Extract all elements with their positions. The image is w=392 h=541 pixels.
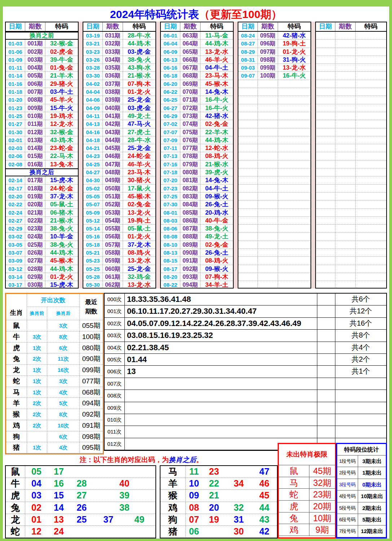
code-cell: 14-兔-木	[201, 176, 233, 184]
empty-date-cell	[238, 201, 258, 208]
empty-code-cell	[278, 160, 310, 168]
empty-date-cell	[238, 80, 258, 88]
code-cell: 03-虎-金	[123, 104, 155, 112]
empty-period-cell	[335, 185, 356, 192]
map-zodiac-label: 兔	[6, 502, 25, 514]
header-period: 期数	[335, 22, 356, 31]
segment-label: 2段号码	[337, 467, 358, 478]
result-row: 01-23 009期 15-牛-火	[6, 104, 78, 112]
empty-row	[238, 185, 310, 193]
date-cell: 05-25	[83, 265, 103, 273]
frequency-count: 共4个	[335, 342, 386, 353]
result-row: 07-20 081期 14-兔-木	[161, 176, 233, 184]
period-cell: 051期	[103, 193, 123, 200]
empty-date-cell	[316, 112, 335, 120]
date-cell: 03-19	[83, 32, 103, 39]
code-cell: 34-羊-土	[201, 281, 233, 289]
stats-before-cell: 2次	[27, 409, 47, 420]
frequency-numbers	[125, 378, 317, 390]
empty-code-cell	[278, 257, 310, 264]
stats-before-cell	[27, 320, 47, 331]
frequency-count: 共8个	[335, 330, 386, 341]
rows: 06-01 063期 11-马-金 06-04 064期 44-鸡-木 06-0…	[161, 32, 233, 289]
limit-zodiac: 蛇	[279, 489, 309, 500]
result-row: 04-09 040期 03-虎-金	[83, 104, 155, 112]
empty-rows	[316, 32, 386, 289]
segment-label: 3段号码	[337, 479, 358, 490]
result-row: 04-30 049期 30-猪-火	[83, 176, 155, 184]
frequency-gap-cell	[317, 294, 335, 305]
period-cell: 028期	[25, 265, 45, 273]
period-cell: 009期	[25, 104, 45, 112]
stats-recent-cell: 068期	[80, 387, 103, 398]
empty-code-cell	[278, 193, 310, 200]
rows: 08-24 095期 42-猪-水 08-27 096期 19-狗-土 08-2…	[238, 32, 310, 80]
frequency-numbers: 13	[125, 366, 317, 377]
date-cell: 04-23	[83, 152, 103, 160]
empty-date-cell	[316, 56, 335, 63]
date-cell: 06-18	[161, 72, 180, 79]
result-row: 05-05 051期 45-猴-木	[83, 193, 155, 201]
map-zodiac-label: 猪	[160, 526, 186, 537]
date-cell: 03-02	[6, 233, 25, 240]
stats-after-cell: 4次	[47, 442, 80, 453]
empty-date-cell	[316, 32, 335, 39]
date-cell: 03-23	[83, 48, 103, 56]
map-zodiac-label: 牛	[6, 478, 25, 489]
result-row: 02-03 014期 23-蛇-金	[6, 144, 78, 152]
stats-rows: 鼠 3次 055期 牛 3次 8次 100期 虎 1次 6次 080期 兔 2次…	[6, 320, 103, 453]
period-cell: 035期	[103, 64, 123, 71]
section-after-label: 换肖之后	[6, 168, 78, 176]
code-cell: 42-猪-水	[278, 32, 310, 39]
empty-date-cell	[238, 128, 258, 136]
period-cell: 008期	[25, 96, 45, 104]
empty-row	[238, 265, 310, 273]
limit-row: 蛇 23期	[279, 489, 335, 501]
map-zodiac-label: 虎	[6, 490, 25, 501]
date-cell: 01-25	[6, 112, 25, 120]
date-cell: 01-14	[6, 72, 25, 79]
code-cell: 30-猪-火	[123, 176, 155, 184]
period-cell: 064期	[180, 40, 201, 47]
empty-date-cell	[316, 160, 335, 168]
empty-period-cell	[335, 96, 356, 104]
empty-row	[316, 257, 386, 265]
empty-period-cell	[335, 233, 356, 240]
code-cell: 13-龙-水	[123, 257, 155, 264]
empty-row	[316, 233, 386, 241]
empty-row	[316, 112, 386, 120]
empty-period-cell	[258, 209, 278, 216]
result-row: 02-20 019期 37-龙-木	[6, 193, 78, 201]
result-row: 01-30 012期 32-猴-金	[6, 128, 78, 136]
empty-code-cell	[278, 233, 310, 240]
date-cell: 02-24	[6, 209, 25, 216]
code-cell: 08-鸡-火	[201, 257, 233, 264]
code-cell: 14-兔-木	[201, 88, 233, 96]
code-cell: 44-鸡-木	[201, 40, 233, 47]
date-cell: 05-12	[83, 217, 103, 224]
empty-row	[316, 136, 386, 144]
period-cell: 090期	[180, 249, 201, 256]
code-cell: 38-兔-火	[123, 56, 155, 63]
map-left-rows: 鼠 0517 牛 04162840 虎 03152739 兔 02142638	[6, 466, 155, 538]
empty-code-cell	[356, 217, 386, 224]
stats-before-cell: 1次	[27, 343, 47, 353]
empty-period-cell	[258, 249, 278, 256]
period-cell: 011期	[25, 120, 45, 128]
frequency-row: 007次	[105, 378, 386, 390]
period-cell: 044期	[103, 136, 123, 144]
stats-header-recent: 最近 期数	[80, 294, 103, 320]
map-row: 兔 02142638	[6, 502, 155, 514]
empty-period-cell	[335, 257, 356, 264]
frequency-label: 002次	[105, 318, 125, 329]
result-row: 06-20 069期 45-猴-木	[161, 80, 233, 88]
rows-after: 02-14 017期 15-虎-木 02-17 018期 24-蛇-金 02-2…	[6, 176, 78, 289]
period-cell: 038期	[103, 88, 123, 96]
segment-value: 2期未出	[358, 502, 386, 514]
period-cell: 043期	[103, 128, 123, 136]
code-cell: 15-虎-木	[45, 176, 78, 184]
date-cell: 07-09	[161, 136, 180, 144]
result-row: 03-09 027期 45-猴-木	[6, 257, 78, 265]
zodiac-stats-table: 生肖 开出次数 换肖前 换肖后 最近 期数 鼠 3次 055期 牛	[5, 293, 104, 454]
result-row: 03-28 035期 43-狗-水	[83, 64, 155, 72]
